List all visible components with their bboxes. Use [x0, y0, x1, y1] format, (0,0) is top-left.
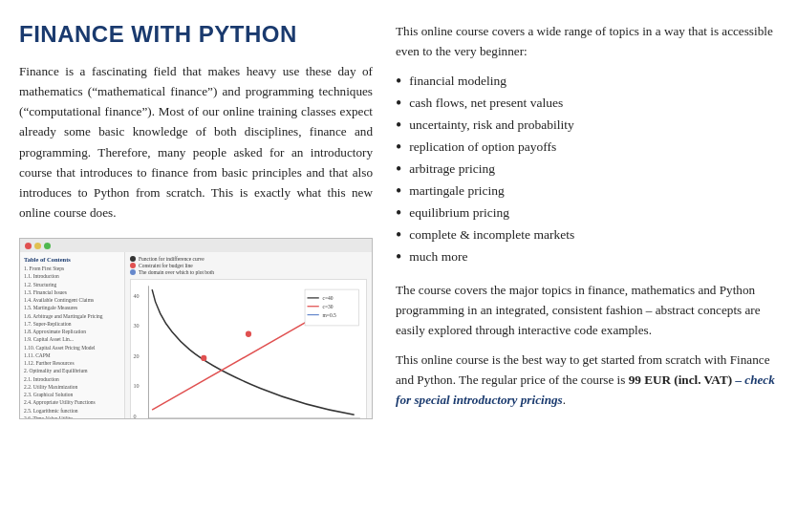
sidebar-item: 1.1. Introduction — [24, 272, 120, 280]
svg-text:0: 0 — [133, 413, 136, 418]
sidebar-item: 1.12. Further Resources — [24, 359, 120, 367]
screen-main-area: Function for indifference curve Constrai… — [125, 252, 372, 418]
sidebar-item: 1.10. Capital Asset Pricing Model — [24, 344, 120, 351]
svg-point-4 — [246, 331, 251, 337]
list-item: •replication of option payoffs — [396, 137, 778, 159]
chart-area: 0 10 20 30 40 0 2 4 6 8 — [130, 279, 367, 418]
bullet-dot: • — [396, 138, 401, 156]
sidebar-item: 2.2. Utility Maximization — [24, 383, 120, 391]
sidebar-item: 1.3. Financial Issues — [24, 288, 120, 296]
list-item: •much more — [396, 246, 778, 268]
bullet-dot: • — [396, 226, 401, 244]
sidebar-item: 1.4. Available Contingent Claims — [24, 296, 120, 304]
screen-sidebar: Table of Contents 1. From First Steps1.1… — [20, 252, 125, 418]
list-item-text: equilibrium pricing — [409, 202, 509, 224]
intro-paragraph: Finance is a fascinating field that make… — [19, 61, 373, 223]
price-period: . — [563, 393, 566, 407]
list-item: •cash flows, net present values — [396, 93, 778, 115]
sidebar-item: 1.11. CAPM — [24, 351, 120, 359]
bullet-dot: • — [396, 204, 401, 222]
list-item-text: complete & incomplete markets — [409, 224, 574, 246]
svg-text:m=0.5: m=0.5 — [322, 312, 336, 318]
list-item-text: replication of option payoffs — [409, 137, 556, 159]
svg-text:40: 40 — [133, 292, 139, 299]
list-item: •equilibrium pricing — [396, 202, 778, 224]
titlebar — [20, 239, 372, 252]
bullet-dot: • — [396, 160, 401, 178]
sidebar-toc-title: Table of Contents — [24, 256, 120, 263]
svg-point-3 — [201, 355, 206, 361]
minimize-button-dot — [34, 243, 41, 249]
sidebar-item: 1.2. Structuring — [24, 281, 120, 288]
list-item: •complete & incomplete markets — [396, 224, 778, 246]
sidebar-item: 1.5. Martingale Measures — [24, 304, 120, 311]
close-button-dot — [25, 243, 32, 249]
list-item-text: arbitrage pricing — [409, 159, 495, 181]
maximize-button-dot — [44, 243, 51, 249]
sidebar-item: 1.7. Super-Replication — [24, 320, 120, 328]
list-item: •arbitrage pricing — [396, 159, 778, 181]
bullet-dot: • — [396, 73, 401, 90]
svg-text:30: 30 — [133, 322, 139, 329]
legend-item-1: Function for indifference curve — [130, 256, 367, 262]
price-value: 99 EUR (incl. VAT) — [629, 372, 732, 387]
sidebar-item: 2.4. Appropriate Utility Functions — [24, 398, 120, 406]
legend-item-2: Constraint for budget line — [130, 263, 367, 268]
chart-legend: Function for indifference curve Constrai… — [130, 256, 367, 276]
sidebar-item: 2. Optimality and Equilibrium — [24, 367, 120, 374]
sidebar-item: 2.6. Time-Value Utility — [24, 415, 120, 418]
legend-item-3: The domain over which to plot both — [130, 269, 367, 275]
right-intro: This online course covers a wide range o… — [396, 21, 778, 61]
sidebar-item: 1.6. Arbitrage and Martingale Pricing — [24, 312, 120, 320]
sidebar-item: 1.9. Capital Asset Lin... — [24, 335, 120, 343]
list-item-text: cash flows, net present values — [409, 93, 563, 115]
list-item: •financial modeling — [396, 71, 778, 93]
bullet-dot: • — [396, 248, 401, 266]
bullet-dot: • — [396, 182, 401, 200]
svg-text:10: 10 — [133, 382, 139, 389]
course-screenshot: Table of Contents 1. From First Steps1.1… — [19, 238, 373, 419]
svg-text:20: 20 — [133, 352, 139, 359]
list-item: •uncertainty, risk and probability — [396, 115, 778, 137]
sidebar-item: 2.3. Graphical Solution — [24, 391, 120, 398]
list-item-text: much more — [409, 246, 467, 268]
sidebar-item: 2.1. Introduction — [24, 375, 120, 383]
topics-list: •financial modeling•cash flows, net pres… — [396, 71, 778, 267]
svg-text:c=40: c=40 — [322, 295, 333, 301]
sidebar-item: 2.5. Logarithmic function — [24, 407, 120, 415]
bullet-dot: • — [396, 95, 401, 112]
bullet-dot: • — [396, 117, 401, 134]
list-item: •martingale pricing — [396, 181, 778, 202]
sidebar-item: 1. From First Steps — [24, 265, 120, 272]
price-paragraph: This online course is the best way to ge… — [396, 350, 778, 410]
svg-text:c=30: c=30 — [322, 304, 333, 309]
page-title: FINANCE WITH PYTHON — [19, 21, 373, 48]
list-item-text: uncertainty, risk and probability — [409, 115, 573, 137]
course-description: The course covers the major topics in fi… — [396, 280, 778, 340]
sidebar-item: 1.8. Approximate Replication — [24, 328, 120, 335]
list-item-text: martingale pricing — [409, 181, 504, 202]
list-item-text: financial modeling — [409, 71, 506, 93]
